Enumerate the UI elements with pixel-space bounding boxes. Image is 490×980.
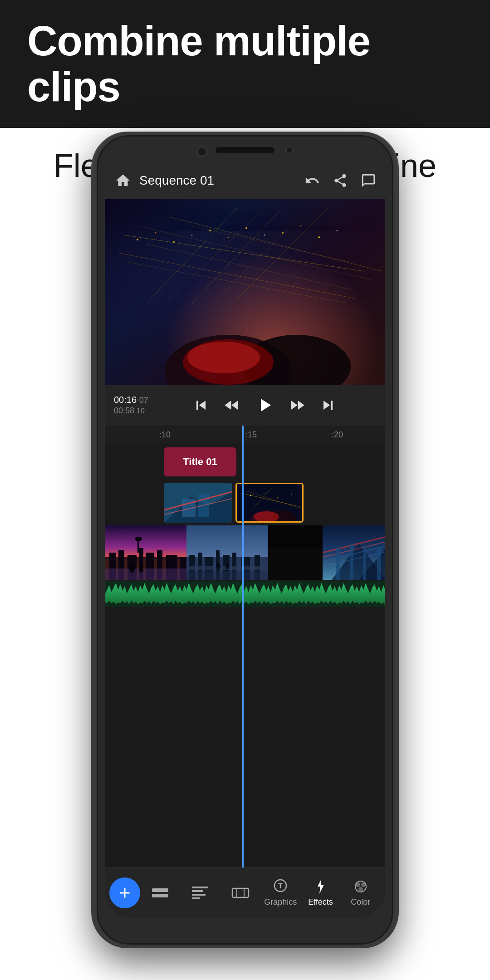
svg-rect-96 (152, 888, 168, 892)
svg-point-12 (137, 239, 138, 240)
add-button[interactable] (109, 877, 140, 908)
svg-rect-86 (377, 548, 381, 580)
front-camera-left (196, 146, 207, 157)
svg-point-72 (225, 563, 229, 569)
frame-back-button[interactable] (223, 396, 241, 414)
clip-dark-selected[interactable] (268, 525, 323, 580)
svg-line-1 (137, 226, 373, 280)
svg-point-21 (300, 225, 302, 227)
svg-line-11 (237, 208, 328, 299)
power-button[interactable] (395, 271, 397, 317)
svg-point-44 (291, 494, 292, 495)
svg-point-14 (173, 241, 175, 243)
skip-back-button[interactable] (192, 396, 210, 414)
title-clip-label: Title 01 (183, 456, 217, 468)
svg-rect-101 (192, 897, 200, 899)
svg-point-23 (337, 230, 338, 231)
effects-icon (311, 878, 329, 895)
svg-line-9 (192, 208, 283, 303)
svg-line-3 (169, 217, 382, 271)
timeline-tool-button[interactable] (180, 885, 220, 901)
ruler-mark-10: :10 (159, 430, 171, 440)
play-button[interactable] (254, 394, 275, 416)
current-time: 00:16 07 (114, 395, 148, 405)
svg-rect-75 (268, 548, 323, 580)
svg-point-71 (216, 563, 220, 570)
clip-pier[interactable] (186, 525, 268, 580)
vol-down-button[interactable] (93, 294, 95, 330)
app-content: Sequence 01 (105, 162, 385, 917)
video-clip-aerial[interactable] (164, 483, 232, 523)
color-tool-button[interactable]: Color (341, 878, 381, 907)
svg-line-7 (147, 208, 237, 303)
timeline-spacer (105, 607, 385, 867)
video-clip-person-selected[interactable] (235, 483, 304, 523)
svg-rect-97 (152, 894, 168, 897)
track-video-upper (159, 480, 385, 525)
undo-icon[interactable] (304, 173, 320, 188)
header-banner: Combine multiple clips (0, 0, 490, 128)
share-icon[interactable] (333, 173, 348, 188)
clip-sunset[interactable] (105, 525, 186, 580)
comment-icon[interactable] (361, 173, 376, 188)
svg-point-56 (129, 564, 135, 573)
top-bar-actions (304, 173, 376, 188)
home-icon[interactable] (114, 172, 132, 189)
svg-rect-83 (336, 548, 340, 580)
svg-point-13 (155, 232, 157, 234)
total-time: 00:58 10 (114, 406, 148, 416)
svg-marker-107 (318, 879, 324, 894)
track-title: Title 01 (105, 444, 385, 480)
effects-tool-button[interactable]: Effects (300, 878, 340, 907)
scrubber-line-ruler (242, 426, 244, 444)
ruler-mark-20: :20 (332, 430, 343, 440)
timeline-ruler: :10 :15 :20 (105, 426, 385, 444)
phone-screen: Sequence 01 (105, 162, 385, 917)
svg-line-6 (128, 262, 346, 303)
phone-shell: Sequence 01 (93, 132, 397, 948)
svg-rect-55 (105, 568, 186, 580)
svg-point-16 (209, 230, 211, 231)
graphics-icon: T (271, 878, 289, 895)
arrange-tool-button[interactable] (140, 885, 180, 901)
svg-text:T: T (278, 882, 283, 890)
title-clip[interactable]: Title 01 (164, 447, 236, 476)
svg-point-110 (361, 882, 366, 887)
skip-forward-button[interactable] (319, 396, 337, 414)
city-lights (105, 199, 385, 385)
clip-thumbnail-aerial (164, 483, 232, 523)
clip-icon (231, 885, 250, 901)
svg-point-15 (191, 235, 193, 236)
svg-line-2 (147, 244, 351, 289)
svg-point-20 (282, 232, 284, 234)
bottom-toolbar: T Graphics Effects (105, 867, 385, 917)
graphics-tool-button[interactable]: T Graphics (260, 878, 300, 907)
svg-point-27 (187, 342, 260, 373)
sequence-title: Sequence 01 (139, 173, 304, 188)
video-preview[interactable] (105, 199, 385, 385)
svg-line-8 (169, 212, 260, 299)
playback-controls-bar: 00:16 07 00:58 10 (105, 385, 385, 426)
track-audio[interactable] (105, 580, 385, 607)
graphics-label: Graphics (264, 897, 297, 907)
timeline-icon (191, 885, 209, 901)
clip-blue-arch[interactable] (323, 525, 385, 580)
clip-tool-button[interactable] (220, 885, 260, 901)
svg-point-43 (277, 497, 279, 499)
svg-rect-102 (232, 888, 249, 897)
svg-point-41 (250, 495, 251, 496)
svg-point-22 (318, 236, 320, 238)
effects-label: Effects (308, 897, 333, 907)
playback-buttons (153, 394, 376, 416)
color-icon (352, 878, 370, 895)
svg-line-5 (119, 253, 355, 299)
main-title: Combine multiple clips (27, 18, 463, 110)
frame-forward-button[interactable] (288, 396, 306, 414)
clip-thumbnail-person (237, 484, 302, 521)
color-label: Color (351, 897, 370, 907)
vol-up-button[interactable] (93, 253, 95, 285)
arrange-icon (151, 885, 169, 901)
svg-rect-98 (192, 887, 208, 888)
svg-rect-73 (186, 571, 268, 580)
timeline-area[interactable]: Title 01 (105, 444, 385, 867)
